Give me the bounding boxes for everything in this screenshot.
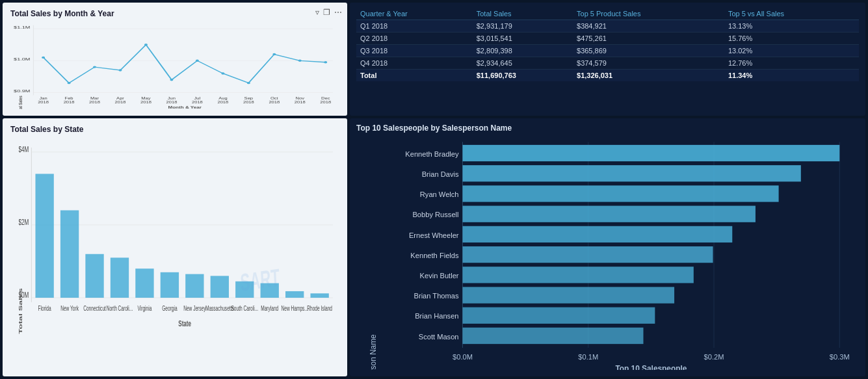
table-cell-r3-c1: $2,934,645 [473,57,573,70]
svg-text:$0.1M: $0.1M [578,353,598,361]
svg-text:$1.0M: $1.0M [14,57,30,62]
table-cell-r2-c1: $2,809,398 [473,45,573,57]
svg-rect-64 [310,294,328,298]
svg-text:2018: 2018 [243,100,254,104]
table-cell-r3-c2: $374,579 [573,57,724,70]
table-row-total: Total$11,690,763$1,326,03111.34% [356,70,859,82]
expand-icon[interactable]: ❐ [323,8,330,17]
table-row-1: Q2 2018$3,015,541$475,26115.76% [356,33,859,45]
svg-text:2018: 2018 [89,100,100,104]
table-cell-r2-c3: 13.02% [724,45,859,57]
svg-text:South Caroli...: South Caroli... [231,305,258,313]
bar-chart-title: Total Sales by State [10,125,339,134]
svg-rect-60 [211,276,229,298]
sales-table: Quarter & Year Total Sales Top 5 Product… [356,8,859,81]
top10-panel: Top 10 Salespeople by Salesperson Name S… [350,118,865,376]
table-row-3: Q4 2018$2,934,645$374,57912.76% [356,57,859,70]
table-cell-r1-c0: Q2 2018 [356,33,473,45]
table-cell-r2-c0: Q3 2018 [356,45,473,57]
svg-text:New York: New York [60,305,79,313]
svg-rect-92 [463,267,694,283]
svg-text:$0.2M: $0.2M [704,353,724,361]
svg-text:$0.3M: $0.3M [830,353,850,361]
table-cell-r0-c0: Q1 2018 [356,20,473,33]
svg-rect-93 [463,287,675,304]
svg-text:2018: 2018 [192,100,203,104]
svg-text:Total Sales: Total Sales [18,96,23,109]
svg-rect-89 [463,206,756,222]
svg-rect-53 [35,174,53,298]
svg-text:2018: 2018 [320,100,331,104]
table-cell-r0-c2: $384,921 [573,20,724,33]
line-chart-svg: $1.1M $1.0M $0.9M [10,21,339,109]
col-quarter: Quarter & Year [356,8,473,20]
table-cell-r4-c2: $1,326,031 [573,70,724,82]
svg-text:$2M: $2M [19,217,29,227]
svg-text:2018: 2018 [115,100,126,104]
svg-text:Georgia: Georgia [162,305,178,313]
svg-rect-56 [111,258,129,298]
svg-text:New Hamps...: New Hamps... [282,305,308,313]
svg-text:Ernest Wheeler: Ernest Wheeler [409,231,459,239]
svg-text:$0.0M: $0.0M [453,353,473,361]
svg-text:$4M: $4M [19,144,29,154]
svg-rect-58 [161,272,179,298]
svg-rect-90 [463,226,733,242]
table-cell-r2-c2: $365,869 [573,45,724,57]
svg-text:Brian Hansen: Brian Hansen [415,313,458,320]
table-cell-r4-c0: Total [356,70,473,82]
svg-text:2018: 2018 [38,100,49,104]
svg-rect-91 [463,246,713,263]
col-top5-product: Top 5 Product Sales [573,8,724,20]
table-cell-r4-c3: 11.34% [724,70,859,82]
table-cell-r0-c3: 13.13% [724,20,859,33]
table-cell-r0-c1: $2,931,179 [473,20,573,33]
top10-chart-svg: Salesperson Name [356,137,859,370]
svg-point-8 [68,82,71,84]
svg-text:2018: 2018 [140,100,151,104]
svg-point-9 [93,66,96,68]
line-chart-title: Total Sales by Month & Year [10,9,339,18]
svg-text:Top 10 Salespeople: Top 10 Salespeople [615,364,687,370]
svg-rect-87 [463,165,801,181]
table-cell-r1-c3: 15.76% [724,33,859,45]
svg-rect-59 [185,274,204,298]
filter-icon[interactable]: ▿ [315,8,319,17]
svg-text:Rhode Island: Rhode Island [307,305,332,313]
more-icon[interactable]: ⋯ [334,8,342,17]
svg-text:Massachusetts: Massachusetts [205,305,234,313]
col-total-sales: Total Sales [473,8,573,20]
svg-rect-86 [463,145,840,161]
svg-text:2018: 2018 [217,100,228,104]
svg-rect-95 [463,328,644,344]
svg-text:North Caroli...: North Caroli... [107,305,133,313]
svg-text:Ryan Welch: Ryan Welch [420,190,459,198]
svg-rect-55 [85,254,103,298]
svg-rect-94 [463,307,655,324]
svg-point-15 [247,82,250,84]
svg-text:$1.1M: $1.1M [14,25,30,30]
svg-text:Bobby Russell: Bobby Russell [412,211,458,219]
svg-text:2018: 2018 [166,100,178,104]
table-row-2: Q3 2018$2,809,398$365,86913.02% [356,45,859,57]
table-cell-r1-c1: $3,015,541 [473,33,573,45]
line-chart-container: $1.1M $1.0M $0.9M [10,21,339,109]
col-top5-vs: Top 5 vs All Sales [724,8,859,20]
svg-text:Brian Davis: Brian Davis [422,170,459,178]
svg-point-18 [324,61,327,63]
svg-text:Connecticut: Connecticut [83,305,106,313]
svg-point-7 [42,57,45,59]
svg-text:Kevin Butler: Kevin Butler [420,272,459,280]
panel-icons[interactable]: ▿ ❐ ⋯ [315,8,342,17]
svg-text:2018: 2018 [269,100,280,104]
table-panel: Quarter & Year Total Sales Top 5 Product… [350,3,865,116]
svg-text:Kenneth Bradley: Kenneth Bradley [405,150,459,158]
svg-text:Total Sales: Total Sales [18,288,23,334]
bar-chart-panel: Total Sales by State $4M $2M $0M [3,118,347,376]
line-chart-panel: Total Sales by Month & Year ▿ ❐ ⋯ $1.1M … [3,3,347,116]
svg-text:Virginia: Virginia [138,305,152,313]
table-cell-r1-c2: $475,261 [573,33,724,45]
svg-text:Brian Thomas: Brian Thomas [414,292,459,300]
svg-text:2018: 2018 [64,100,75,104]
svg-text:State: State [178,319,191,328]
